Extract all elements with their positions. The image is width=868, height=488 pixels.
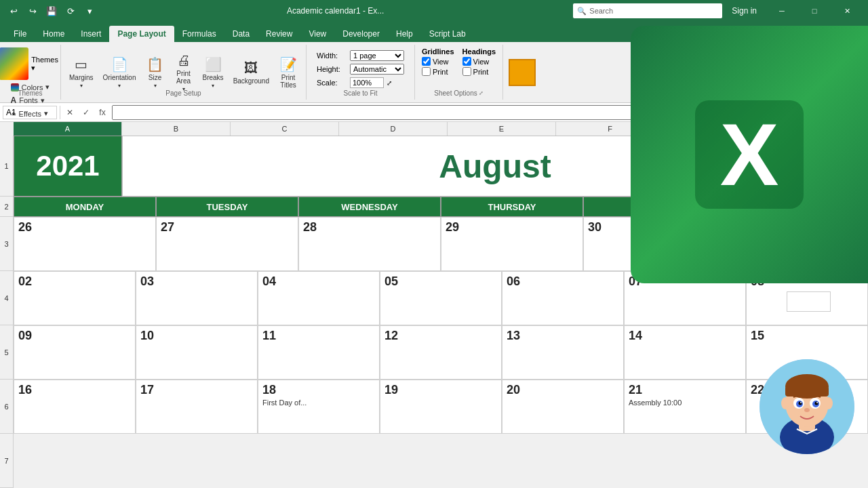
print-area-icon: 🖨 (177, 53, 191, 68)
tab-view[interactable]: View (300, 26, 334, 42)
cell-12[interactable]: 12 (380, 325, 502, 380)
user-avatar (760, 359, 854, 454)
cell-02[interactable]: 02 (14, 271, 136, 325)
scale-options: Width: 1 page Height: Automatic Scale: ⤢ (317, 50, 404, 88)
cell-16[interactable]: 16 (14, 380, 136, 434)
themes-button[interactable] (0, 47, 28, 80)
orientation-icon: 📄 (111, 56, 128, 73)
sheet-options-group: Gridlines View Print Headings View (415, 45, 503, 100)
row-header-1[interactable]: 1 (0, 136, 13, 197)
row-header-3[interactable]: 3 (0, 217, 13, 271)
col-header-a[interactable]: A (14, 122, 122, 136)
search-bar[interactable]: 🔍 Search (573, 3, 722, 18)
scale-expand-icon[interactable]: ⤢ (387, 79, 392, 87)
row-header-4[interactable]: 4 (0, 271, 13, 325)
customize-button[interactable]: ▾ (81, 3, 98, 19)
cell-14[interactable]: 14 (624, 325, 746, 380)
autosave-button[interactable]: ⟳ (62, 3, 79, 19)
cancel-formula-icon[interactable]: ✕ (63, 106, 77, 119)
col-header-c[interactable]: C (231, 122, 339, 136)
col-header-e[interactable]: E (448, 122, 556, 136)
color-picker-square[interactable] (787, 291, 831, 312)
col-header-b[interactable]: B (122, 122, 231, 136)
cell-18[interactable]: 18 First Day of... (258, 380, 380, 434)
cell-11[interactable]: 11 (258, 325, 380, 380)
row-header-5[interactable]: 5 (0, 325, 13, 380)
tab-scriptlab[interactable]: Script Lab (421, 26, 474, 42)
save-button[interactable]: 💾 (43, 3, 60, 19)
minimize-button[interactable]: ─ (766, 0, 797, 22)
gridlines-view-row: View (422, 57, 454, 66)
breaks-button[interactable]: ⬜ Breaks ▾ (199, 52, 228, 93)
close-button[interactable]: ✕ (831, 0, 863, 22)
cell-18-event: First Day of... (262, 399, 375, 407)
size-button[interactable]: 📋 Size ▾ (142, 52, 169, 93)
sheet-options-expand[interactable]: ⤢ (479, 90, 484, 96)
cell-27[interactable]: 27 (156, 217, 298, 271)
confirm-formula-icon[interactable]: ✓ (79, 106, 93, 119)
tab-formulas[interactable]: Formulas (174, 26, 224, 42)
orientation-button[interactable]: 📄 Orientation ▾ (99, 52, 140, 93)
scale-label: Scale: (317, 79, 347, 87)
cell-28[interactable]: 28 (298, 217, 441, 271)
headings-print-check[interactable] (462, 67, 471, 76)
cell-19[interactable]: 19 (380, 380, 502, 434)
svg-rect-5 (785, 386, 829, 396)
headings-view-check[interactable] (462, 57, 471, 66)
signin-button[interactable]: Sign in (726, 6, 762, 16)
cell-20[interactable]: 20 (502, 380, 624, 434)
cell-04[interactable]: 04 (258, 271, 380, 325)
redo-button[interactable]: ↪ (24, 3, 41, 19)
search-icon: 🔍 (577, 7, 587, 16)
cell-10[interactable]: 10 (136, 325, 258, 380)
tab-developer[interactable]: Developer (334, 26, 388, 42)
margins-button[interactable]: ▭ Margins ▾ (65, 52, 98, 93)
window-title: Academic calendar1 - Ex... (102, 6, 569, 16)
width-select[interactable]: 1 page (350, 50, 404, 61)
tab-page-layout[interactable]: Page Layout (109, 26, 174, 42)
excel-x-letter: X (720, 110, 779, 199)
breaks-icon: ⬜ (205, 56, 222, 73)
tab-file[interactable]: File (5, 26, 35, 42)
row-header-6[interactable]: 6 (0, 380, 13, 434)
restore-button[interactable]: □ (799, 0, 830, 22)
gridlines-print-check[interactable] (422, 67, 431, 76)
effects-button[interactable]: ✦ Effects ▾ (7, 108, 54, 119)
cell-29[interactable]: 29 (441, 217, 583, 271)
col-header-d[interactable]: D (339, 122, 448, 136)
cell-03[interactable]: 03 (136, 271, 258, 325)
cell-09[interactable]: 09 (14, 325, 136, 380)
row-header-2[interactable]: 2 (0, 197, 13, 217)
quick-access-toolbar: ↩ ↪ 💾 ⟳ ▾ (5, 3, 98, 19)
cell-13[interactable]: 13 (502, 325, 624, 380)
height-select[interactable]: Automatic (350, 64, 404, 75)
cell-17[interactable]: 17 (136, 380, 258, 434)
sheet-options-cols: Gridlines View Print Headings View (422, 47, 496, 76)
print-titles-button[interactable]: 📝 PrintTitles (275, 52, 302, 93)
scale-input[interactable] (350, 77, 384, 88)
tab-insert[interactable]: Insert (73, 26, 109, 42)
cell-06[interactable]: 06 (502, 271, 624, 325)
background-button[interactable]: 🖼 Background (229, 52, 273, 93)
color-swatch[interactable] (509, 59, 536, 86)
svg-point-11 (815, 402, 818, 405)
headings-view-row: View (462, 57, 496, 66)
tab-review[interactable]: Review (258, 26, 300, 42)
print-area-button[interactable]: 🖨 PrintArea ▾ (170, 52, 197, 93)
gridlines-view-check[interactable] (422, 57, 431, 66)
tab-home[interactable]: Home (35, 26, 73, 42)
cell-05[interactable]: 05 (380, 271, 502, 325)
cell-21[interactable]: 21 Assembly 10:00 (624, 380, 746, 434)
insert-function-icon[interactable]: fx (96, 106, 109, 119)
headings-view-label: View (473, 58, 490, 66)
row-header-7[interactable]: 7 (0, 434, 13, 488)
svg-point-13 (816, 402, 818, 403)
page-setup-group: ▭ Margins ▾ 📄 Orientation ▾ 📋 Size ▾ 🖨 P… (61, 45, 307, 100)
undo-button[interactable]: ↩ (5, 3, 22, 19)
svg-point-12 (800, 402, 802, 403)
tab-help[interactable]: Help (388, 26, 421, 42)
tab-data[interactable]: Data (224, 26, 258, 42)
cell-26[interactable]: 26 (14, 217, 156, 271)
gridlines-col: Gridlines View Print (422, 47, 454, 76)
calendar-row-4: 16 17 18 First Day of... 19 20 21 Assemb… (14, 380, 868, 434)
